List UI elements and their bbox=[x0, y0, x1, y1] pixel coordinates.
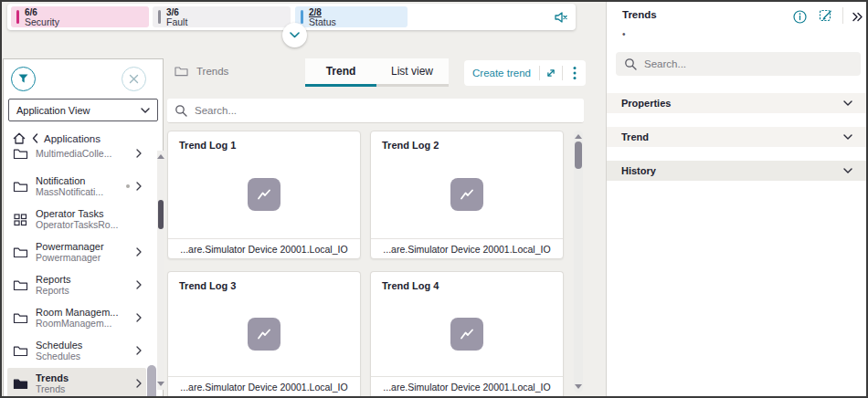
chevron-down-icon bbox=[843, 100, 852, 106]
item-subtitle: MassNotificati... bbox=[36, 186, 126, 197]
item-title: Notification bbox=[36, 175, 126, 186]
security-label: Security bbox=[25, 17, 59, 27]
collapse-panel-icon[interactable] bbox=[849, 8, 865, 25]
security-accent-bar bbox=[16, 10, 19, 24]
sidebar-breadcrumb: Applications bbox=[12, 131, 101, 145]
cards-scrollbar[interactable] bbox=[574, 131, 583, 393]
trend-card-1[interactable]: Trend Log 1 ...are.Simulator Device 2000… bbox=[167, 131, 361, 259]
chevron-right-icon bbox=[135, 280, 143, 289]
item-subtitle: RoomManagem... bbox=[36, 318, 135, 329]
info-icon[interactable] bbox=[791, 8, 808, 25]
item-subtitle: OperatorTasksRo... bbox=[36, 219, 146, 230]
filter-button[interactable] bbox=[11, 67, 36, 91]
app-window: 6/6 Security 3/6 Fault 2/8 Status bbox=[0, 0, 868, 398]
scroll-down-arrow[interactable] bbox=[575, 384, 582, 389]
panel-title: Trends bbox=[622, 9, 657, 20]
tab-underline-track bbox=[376, 84, 449, 87]
card-datapoint-path: ...are.Simulator Device 20001.Local_IO bbox=[371, 238, 563, 258]
scroll-up-arrow[interactable] bbox=[157, 154, 164, 159]
sidebar-item-trends[interactable]: Trends Trends bbox=[7, 368, 146, 397]
summary-tile-fault[interactable]: 3/6 Fault bbox=[153, 6, 291, 27]
clear-filter-button[interactable] bbox=[122, 67, 146, 91]
card-title: Trend Log 2 bbox=[371, 131, 563, 151]
expand-fullscreen-icon[interactable] bbox=[540, 61, 563, 85]
sidebar-item-schedules[interactable]: Schedules Schedules bbox=[7, 335, 146, 366]
section-trend[interactable]: Trend bbox=[607, 127, 867, 147]
trend-card-3[interactable]: Trend Log 3 ...are.Simulator Device 2000… bbox=[167, 271, 361, 396]
chevron-right-icon bbox=[135, 182, 143, 191]
trend-chart-icon bbox=[450, 178, 483, 211]
close-icon bbox=[129, 74, 139, 84]
trend-chart-icon bbox=[248, 318, 281, 351]
sidebar-item-notification[interactable]: Notification MassNotificati... bbox=[7, 171, 146, 202]
folder-icon bbox=[13, 278, 28, 292]
folder-icon bbox=[13, 149, 28, 161]
panel-divider bbox=[842, 7, 843, 24]
item-title: Room Managem... bbox=[36, 307, 135, 318]
item-subtitle: Reports bbox=[36, 285, 135, 296]
search-input[interactable] bbox=[195, 105, 577, 116]
folder-icon bbox=[13, 246, 28, 259]
item-subtitle: Powermanager bbox=[36, 252, 135, 263]
tab-list-view[interactable]: List view bbox=[376, 58, 448, 84]
panel-search-input[interactable] bbox=[644, 58, 852, 69]
panel-search-bar bbox=[616, 52, 861, 76]
section-label: Trend bbox=[621, 131, 843, 142]
scroll-up-arrow[interactable] bbox=[575, 134, 582, 139]
sidebar-item-multimedia[interactable]: MultimediaColle... bbox=[7, 149, 146, 169]
trend-card-4[interactable]: Trend Log 4 ...are.Simulator Device 2000… bbox=[370, 271, 564, 396]
view-selector-dropdown[interactable]: Application View bbox=[8, 99, 158, 121]
speaker-muted-icon[interactable] bbox=[552, 9, 568, 26]
card-datapoint-path: ...are.Simulator Device 20001.Local_IO bbox=[371, 376, 563, 396]
home-icon[interactable] bbox=[12, 131, 26, 145]
tree-scrollbar[interactable] bbox=[147, 149, 156, 397]
chevron-down-icon bbox=[290, 32, 300, 38]
sidebar-item-room-management[interactable]: Room Managem... RoomManagem... bbox=[7, 302, 146, 333]
chevron-right-icon bbox=[135, 379, 143, 388]
item-subtitle: Schedules bbox=[36, 351, 135, 361]
folder-icon bbox=[174, 65, 189, 78]
tab-trend[interactable]: Trend bbox=[305, 58, 376, 84]
details-panel: Trends • Properties Trend History bbox=[606, 2, 866, 396]
scrollbar-thumb[interactable] bbox=[158, 200, 164, 229]
section-properties[interactable]: Properties bbox=[607, 93, 867, 113]
item-title: Powermanager bbox=[36, 241, 135, 252]
kebab-menu-icon[interactable] bbox=[563, 61, 586, 85]
collapse-statusbar-button[interactable] bbox=[282, 23, 307, 47]
section-history[interactable]: History bbox=[607, 161, 867, 181]
chevron-down-icon bbox=[843, 134, 852, 140]
section-label: History bbox=[621, 165, 843, 176]
sidebar-item-reports[interactable]: Reports Reports bbox=[7, 269, 146, 300]
scroll-down-arrow[interactable] bbox=[157, 382, 164, 386]
sidebar-item-operator-tasks[interactable]: Operator Tasks OperatorTasksRo... bbox=[7, 204, 146, 235]
summary-tile-security[interactable]: 6/6 Security bbox=[11, 6, 149, 27]
folder-icon bbox=[13, 180, 28, 194]
chevron-down-icon bbox=[843, 168, 852, 173]
trend-chart-icon bbox=[248, 178, 281, 211]
item-title: Reports bbox=[36, 274, 135, 285]
grid-icon bbox=[13, 213, 28, 226]
chevron-right-icon bbox=[135, 247, 143, 257]
search-icon bbox=[175, 104, 187, 117]
main-breadcrumb-label: Trends bbox=[196, 66, 228, 77]
view-tabs: Trend List view bbox=[305, 58, 449, 87]
item-subtitle: MultimediaColle... bbox=[36, 149, 135, 159]
chevron-right-icon bbox=[135, 313, 143, 322]
application-tree: MultimediaColle... Notification MassNoti… bbox=[7, 149, 146, 397]
scrollbar-thumb[interactable] bbox=[147, 365, 156, 398]
status-label: Status bbox=[309, 17, 336, 27]
scrollbar-thumb[interactable] bbox=[575, 141, 582, 169]
sidebar-item-powermanager[interactable]: Powermanager Powermanager bbox=[7, 236, 146, 267]
view-selector-value: Application View bbox=[16, 105, 141, 116]
folder-icon bbox=[13, 311, 28, 325]
create-trend-button[interactable]: Create trend bbox=[464, 68, 539, 79]
breadcrumb-applications[interactable]: Applications bbox=[44, 133, 101, 144]
status-accent-bar bbox=[301, 10, 303, 24]
summary-tile-status[interactable]: 2/8 Status bbox=[295, 6, 408, 27]
chevron-left-icon[interactable] bbox=[32, 133, 38, 143]
edit-note-icon[interactable] bbox=[818, 7, 834, 24]
item-title: Schedules bbox=[36, 340, 135, 351]
sidebar-scrollbar[interactable] bbox=[157, 151, 164, 390]
chevron-right-icon bbox=[135, 149, 143, 158]
trend-card-2[interactable]: Trend Log 2 ...are.Simulator Device 2000… bbox=[370, 131, 564, 259]
